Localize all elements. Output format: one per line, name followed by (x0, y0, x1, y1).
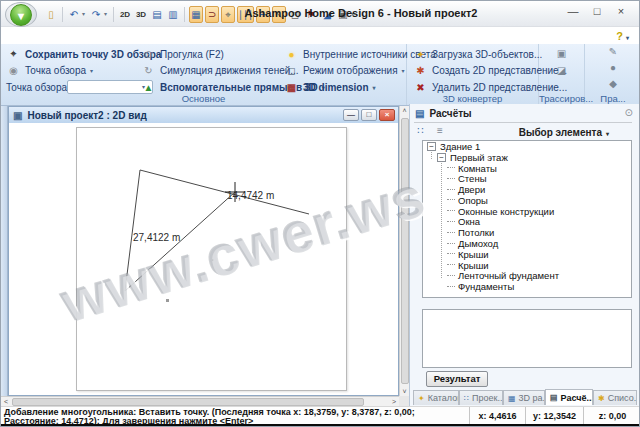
document-window-controls: — □ × (343, 109, 395, 121)
walk-button[interactable]: ⊙ Прогулка (F2) (141, 47, 224, 61)
collapsed-side-strip[interactable] (1, 106, 8, 406)
window-controls: — □ × (561, 4, 633, 20)
tracing-monitor-icon[interactable]: ▣ (539, 48, 584, 59)
group-label-tracing: Трассиров... (539, 93, 584, 104)
collapse-icon[interactable]: − (427, 142, 436, 151)
chevron-down-icon: ▾ (626, 35, 629, 41)
group-label-main: Основное (1, 93, 406, 104)
list-view-icon[interactable]: ≡ (437, 125, 443, 136)
aux-lines-icon: ▲ (141, 82, 156, 93)
tree-item-roofs-2[interactable]: Крыши (423, 260, 631, 271)
display-mode-button[interactable]: ◻ Режим отображения ▾ (284, 63, 405, 77)
dimension-label-cursor: 14,4742 m (227, 190, 274, 201)
load-3d-objects-button[interactable]: ✦ Загрузка 3D-объектов... (413, 47, 542, 61)
window-title: Ashampoo Home Design 6 - Новый проект2 (231, 7, 491, 19)
group-label-converter: 3D конвертер (407, 93, 538, 104)
coordinate-z: z: 0,00 (583, 407, 640, 425)
element-tree[interactable]: −Здание 1 −Первый этаж Комнаты Стены Две… (422, 140, 632, 298)
edit-move-icon[interactable]: ◆ (585, 78, 640, 89)
create-2d-icon: ✱ (413, 65, 428, 76)
chevron-down-icon[interactable]: ▾ (104, 6, 110, 23)
grid-snap-icon[interactable]: ▦ (189, 6, 203, 23)
toolbar-separator (184, 7, 185, 22)
chevron-down-icon: ▾ (402, 67, 405, 74)
scroll-up-icon[interactable]: ˄ (400, 107, 409, 114)
light-bulb-icon: ● (284, 49, 299, 60)
chevron-down-icon: ▾ (606, 131, 609, 137)
doc-restore-button[interactable]: □ (361, 109, 377, 121)
tree-item-rooms[interactable]: Комнаты (423, 163, 631, 174)
drawing-canvas[interactable] (9, 123, 400, 397)
tab-calculations[interactable]: ▤Расчё... (545, 389, 593, 405)
view-2d-icon[interactable]: 2D (118, 6, 132, 23)
document-title-bar[interactable]: ▣ Новый проект2 : 2D вид — □ × (9, 107, 398, 123)
grid-icon: ▦ (508, 394, 516, 403)
close-button[interactable]: × (609, 4, 633, 20)
split-vertical-icon[interactable]: ▥ (166, 6, 180, 23)
magnet-snap-icon[interactable]: ⊃ (205, 6, 219, 23)
ribbon-group-tracing: ▣ ◪ Трассиров... (539, 44, 585, 105)
ribbon-group-converter: ✦ Загрузка 3D-объектов... ✱ Создать 2D п… (407, 44, 539, 105)
tree-item-roofs-1[interactable]: Крыши (423, 249, 631, 260)
tracing-frame-icon[interactable]: ◪ (539, 65, 584, 76)
tab-catalog[interactable]: ✦Каталог (413, 390, 459, 405)
3d-dimension-button[interactable]: ▦ 3D dimension ▾ (284, 80, 376, 94)
panel-pin-icon[interactable]: ⊙ (625, 107, 633, 118)
ribbon-group-main: ⌖ Сохранить точку 3D обзора ◉ Точка обзо… (1, 44, 407, 105)
doc-close-button[interactable]: × (379, 109, 395, 121)
shadow-simulation-button[interactable]: ↻ Симуляция движения теней... (141, 63, 299, 77)
horizontal-scrollbar[interactable]: < > (1, 396, 399, 406)
tab-list[interactable]: ✱Списо... (593, 390, 637, 405)
edit-node-icon[interactable]: ● (585, 62, 640, 73)
tree-item-window-constructions[interactable]: Оконные конструкции (423, 206, 631, 217)
scroll-down-icon[interactable]: ˅ (400, 388, 409, 395)
chevron-down-icon[interactable]: ▾ (82, 6, 88, 23)
tree-item-ceilings[interactable]: Потолки (423, 227, 631, 238)
polygon-edge-left (125, 170, 140, 291)
snap-point (212, 259, 214, 261)
dimension-label-side: 27,4122 m (133, 232, 180, 243)
view-point-label: Точка обзора (6, 80, 67, 94)
app-window: { "window": { "title": "Ashampoo Home De… (0, 0, 640, 427)
undo-icon[interactable]: ↶ (67, 6, 81, 23)
panel-header: ▤ Расчёты (412, 106, 640, 121)
tree-item-chimney[interactable]: Дымоход (423, 238, 631, 249)
load-3d-icon: ✦ (413, 49, 428, 60)
save-3d-view-button[interactable]: ⌖ Сохранить точку 3D обзора (6, 47, 161, 61)
split-horizontal-icon[interactable]: ▤ (150, 6, 164, 23)
view-3d-icon[interactable]: 3D (134, 6, 148, 23)
vertical-scrollbar[interactable]: ˄ ˅ (399, 106, 409, 396)
edit-pencil-icon[interactable]: ✎ (585, 46, 640, 57)
catalog-icon: ✦ (418, 394, 425, 403)
hierarchy-view-icon[interactable]: ∷ (417, 125, 423, 136)
vertical-scroll-thumb[interactable] (401, 118, 409, 384)
result-button[interactable]: Результат (426, 371, 488, 387)
result-list-box[interactable] (422, 309, 632, 368)
tree-item-floor[interactable]: −Первый этаж (423, 152, 631, 163)
chevron-down-icon: ▾ (90, 67, 93, 74)
minimize-button[interactable]: — (561, 4, 585, 20)
tab-3d-frame[interactable]: ▦3D ра... (503, 390, 545, 405)
view-point-button[interactable]: ◉ Точка обзора ▾ (6, 63, 93, 77)
tab-project[interactable]: ∷Проек... (459, 390, 503, 405)
collapse-icon[interactable]: − (437, 153, 446, 162)
tree-item-supports[interactable]: Опоры (423, 195, 631, 206)
tree-item-doors[interactable]: Двери (423, 184, 631, 195)
chevron-down-icon: ▾ (373, 84, 376, 91)
redo-icon[interactable]: ↷ (89, 6, 103, 23)
horizontal-scroll-thumb[interactable] (12, 398, 364, 406)
new-document-icon[interactable]: ▯ (44, 6, 58, 23)
document-window: ▣ Новый проект2 : 2D вид — □ × 27,4122 m… (8, 106, 399, 396)
maximize-button[interactable]: □ (585, 4, 609, 20)
toolbar-separator (62, 7, 63, 22)
app-menu-button[interactable]: ▼ (5, 2, 37, 27)
status-bar: Добавление многоугольника: Вставить точк… (1, 406, 640, 424)
tree-item-building[interactable]: −Здание 1 (423, 141, 631, 152)
tree-item-windows[interactable]: Окна (423, 217, 631, 228)
tree-item-foundations[interactable]: Фундаменты (423, 281, 631, 292)
clock-icon: ↻ (141, 65, 156, 76)
tree-item-walls[interactable]: Стены (423, 173, 631, 184)
tree-item-strip-foundation[interactable]: Ленточный фундамент (423, 271, 631, 282)
doc-minimize-button[interactable]: — (343, 109, 359, 121)
ribbon: ⌖ Сохранить точку 3D обзора ◉ Точка обзо… (1, 44, 640, 106)
